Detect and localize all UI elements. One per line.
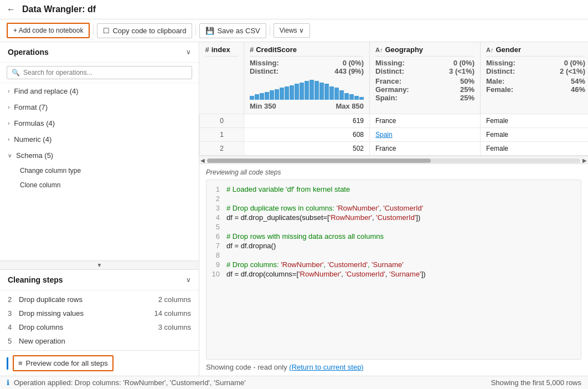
line-content: # Loaded variable 'df' from kernel state (226, 185, 350, 193)
line-content: df = df.drop(columns=['RowNumber', 'Cust… (226, 270, 426, 278)
col-name-index: index (212, 45, 230, 54)
views-button[interactable]: Views ∨ (274, 23, 310, 38)
geo-germany-pct: 25% (460, 85, 474, 94)
copy-code-button[interactable]: ☐ Copy code to clipboard (97, 23, 192, 38)
ops-item-find-replace[interactable]: › Find and replace (4) (0, 83, 199, 99)
missing-label: Missing: (486, 59, 515, 67)
search-icon: 🔍 (12, 69, 20, 76)
col-header-gender: A↑ Gender Missing: 0 (0%) Disti (481, 42, 589, 114)
step-number: 3 (8, 309, 16, 318)
line-num: 10 (207, 270, 226, 278)
ops-sub-clone-column[interactable]: Clone column (0, 178, 199, 192)
ops-label: Formulas (4) (14, 119, 55, 127)
cleaning-title: Cleaning steps (8, 275, 63, 284)
table-row: 2 502 France Female (200, 142, 589, 156)
data-table: # index # CreditScore (199, 42, 588, 156)
row-index-2: 2 (200, 142, 244, 156)
gender-male-pct: 54% (571, 77, 585, 85)
line-num: 4 (207, 213, 226, 222)
ops-scroll-down[interactable]: ▼ (0, 260, 199, 269)
cell-creditscore-0: 619 (244, 114, 370, 128)
code-preview: Previewing all code steps 1 # Loaded var… (199, 164, 588, 376)
code-line-3: 3 # Drop duplicate rows in columns: 'Row… (207, 203, 581, 213)
distinct-val: 3 (<1%) (449, 67, 474, 75)
status-bar: ℹ Operation applied: Drop columns: 'RowN… (0, 376, 588, 389)
save-csv-button[interactable]: 💾 Save as CSV (199, 23, 266, 38)
col-header-index: # index (200, 42, 244, 114)
cell-geography-0: France (370, 114, 481, 128)
creditscore-type-icon: # (250, 45, 254, 54)
preview-icon: ≡ (18, 359, 23, 367)
missing-label: Missing: (375, 59, 405, 67)
step-name[interactable]: Drop missing values (19, 309, 151, 318)
step-name[interactable]: New operation (19, 337, 188, 345)
cleaning-item: 2 Drop duplicate rows 2 columns (0, 293, 199, 306)
search-input[interactable] (23, 69, 187, 76)
line-content: # Drop duplicate rows in columns: 'RowNu… (226, 204, 423, 212)
table-row: 1 608 Spain Female (200, 128, 589, 142)
line-content: # Drop columns: 'RowNumber', 'CustomerId… (226, 260, 404, 269)
main-layout: Operations ∨ 🔍 › Find and replace (4) › … (0, 42, 588, 376)
cleaning-chevron[interactable]: ∨ (186, 276, 191, 284)
code-line-5: 5 (207, 222, 581, 232)
blue-indicator-bar (7, 357, 8, 370)
missing-val: 0 (0%) (343, 59, 364, 67)
operations-section-header: Operations ∨ (0, 42, 199, 63)
copy-icon: ☐ (103, 27, 110, 35)
ops-item-formulas[interactable]: › Formulas (4) (0, 115, 199, 131)
missing-label: Missing: (250, 59, 279, 67)
table-row: 0 619 France Female (200, 114, 589, 128)
line-content: df = df.dropna() (226, 242, 276, 250)
save-csv-label: Save as CSV (217, 27, 260, 35)
col-name-creditscore: CreditScore (256, 45, 297, 54)
step-number: 2 (8, 295, 16, 304)
distinct-label: Distinct: (486, 67, 515, 75)
code-line-7: 7 df = df.dropna() (207, 241, 581, 250)
cleaning-section: Cleaning steps ∨ 2 Drop duplicate rows 2… (0, 269, 199, 350)
gender-female-pct: 46% (571, 85, 585, 94)
line-num: 9 (207, 260, 226, 269)
scroll-thumb-h[interactable] (207, 158, 431, 163)
save-icon: 💾 (205, 27, 214, 35)
col-header-geography: A↑ Geography Missing: 0 (0%) Di (370, 42, 481, 114)
ops-sub-change-column-type[interactable]: Change column type (0, 163, 199, 178)
horizontal-scrollbar[interactable]: ◀ ▶ (199, 156, 588, 164)
distinct-label: Distinct: (250, 67, 278, 75)
row-index-1: 1 (200, 128, 244, 142)
cell-gender-2: Female (481, 142, 589, 156)
geo-france-pct: 50% (460, 77, 474, 85)
operations-chevron[interactable]: ∨ (186, 48, 191, 56)
return-to-current-step-link[interactable]: (Return to current step) (289, 363, 363, 371)
left-panel: Operations ∨ 🔍 › Find and replace (4) › … (0, 42, 199, 376)
scroll-right-icon[interactable]: ▶ (582, 157, 587, 163)
ops-item-schema[interactable]: ∨ Schema (5) (0, 147, 199, 163)
col-name-geography: Geography (385, 45, 423, 54)
toolbar-separator-2 (195, 25, 196, 36)
scroll-left-icon[interactable]: ◀ (200, 157, 205, 163)
ops-label: Find and replace (4) (14, 87, 78, 95)
line-num: 6 (207, 232, 226, 240)
missing-val: 0 (0%) (453, 59, 474, 67)
chevron-right-icon: › (8, 104, 9, 110)
step-name[interactable]: Drop columns (19, 323, 155, 331)
code-footer: Showing code - read only (Return to curr… (206, 363, 581, 371)
cleaning-list: 2 Drop duplicate rows 2 columns 3 Drop m… (0, 290, 199, 350)
copy-code-label: Copy code to clipboard (112, 27, 186, 35)
line-num: 2 (207, 194, 226, 203)
ops-label: Schema (5) (16, 151, 53, 160)
add-code-button[interactable]: + Add code to notebook (7, 23, 90, 38)
back-button[interactable]: ← (7, 4, 16, 14)
max-label: Max 850 (336, 102, 364, 110)
distinct-val: 2 (<1%) (560, 67, 585, 75)
preview-code-button[interactable]: ≡ Preview code for all steps (13, 355, 114, 371)
step-name[interactable]: Drop duplicate rows (19, 295, 155, 304)
distinct-label: Distinct: (375, 67, 404, 75)
chevron-right-icon: › (8, 136, 9, 142)
code-block: 1 # Loaded variable 'df' from kernel sta… (206, 180, 581, 360)
cleaning-item: 3 Drop missing values 14 columns (0, 306, 199, 320)
cell-geography-1[interactable]: Spain (370, 128, 481, 142)
ops-item-format[interactable]: › Format (7) (0, 99, 199, 115)
ops-item-numeric[interactable]: › Numeric (4) (0, 131, 199, 147)
step-number: 5 (8, 337, 16, 345)
cell-gender-1: Female (481, 128, 589, 142)
